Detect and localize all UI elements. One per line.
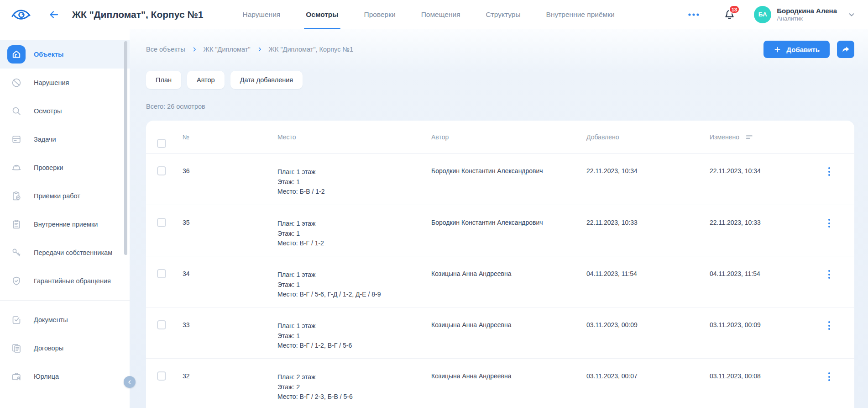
share-button[interactable] xyxy=(837,41,854,58)
sidebar-item-4[interactable]: Задачи xyxy=(0,125,130,154)
row-checkbox[interactable] xyxy=(157,320,166,329)
row-place: План: 1 этажЭтаж: 1Место: В-Г / 5-6, Г-Д… xyxy=(277,256,431,300)
sidebar-item-8[interactable]: Передачи собственникам xyxy=(0,238,130,267)
filter-button-1[interactable]: План xyxy=(146,71,181,89)
row-author: Козицына Анна Андреевна xyxy=(431,256,586,277)
row-menu-cell xyxy=(815,307,843,332)
add-button[interactable]: Добавить xyxy=(763,41,830,58)
row-menu-button[interactable] xyxy=(825,268,834,281)
sidebar-item-5[interactable]: Проверки xyxy=(0,154,130,182)
app-logo-eye-icon[interactable] xyxy=(11,7,31,22)
back-button[interactable] xyxy=(47,7,61,22)
row-checkbox[interactable] xyxy=(157,218,166,227)
table-row-34[interactable]: 34 План: 1 этажЭтаж: 1Место: В-Г / 5-6, … xyxy=(146,256,854,307)
page-actions: Добавить xyxy=(763,41,854,58)
row-added: 22.11.2023, 10:33 xyxy=(586,205,710,226)
sidebar-item-label: Юрлица xyxy=(34,373,59,380)
row-checkbox-cell xyxy=(157,256,183,278)
row-place: План: 1 этажЭтаж: 1Место: В-Г / 1-2, В-Г… xyxy=(277,307,431,351)
breadcrumb-item-3: ЖК "Дипломат", Корпус №1 xyxy=(269,46,353,53)
home-icon xyxy=(7,45,26,64)
row-menu-cell xyxy=(815,154,843,178)
place-line: Этаж: 1 xyxy=(277,177,431,187)
sidebar-item-6[interactable]: Приёмки работ xyxy=(0,182,130,210)
sidebar-item-label: Объекты xyxy=(34,51,63,58)
sidebar-item-9[interactable]: Гарантийные обращения xyxy=(0,267,130,295)
place-line: План: 1 этаж xyxy=(277,270,431,280)
row-menu-button[interactable] xyxy=(825,319,834,332)
more-tabs-button[interactable] xyxy=(685,10,702,19)
notifications-button[interactable]: 13 xyxy=(723,8,736,21)
row-menu-cell xyxy=(815,205,843,229)
user-menu[interactable]: БА Бородкина Алена Аналитик xyxy=(754,6,856,23)
tab-1[interactable]: Нарушения xyxy=(230,0,293,29)
row-number: 33 xyxy=(183,307,277,329)
notifications-badge: 13 xyxy=(729,5,740,14)
column-number: № xyxy=(183,133,277,141)
row-modified: 03.11.2023, 00:09 xyxy=(710,307,815,329)
main-content: Все объектыЖК "Дипломат"ЖК "Дипломат", К… xyxy=(130,29,868,408)
row-menu-cell xyxy=(815,359,843,383)
sidebar-divider xyxy=(0,300,130,301)
arrow-left-icon xyxy=(48,9,59,20)
sidebar-item-11[interactable]: Договоры xyxy=(0,334,130,362)
sidebar-nav: Объекты Нарушения Осмотры Задачи Проверк… xyxy=(0,40,130,391)
sidebar-collapse-button[interactable] xyxy=(124,376,136,388)
plus-icon xyxy=(774,46,781,53)
topbar: ЖК "Дипломат", Корпус №1 НарушенияОсмотр… xyxy=(0,0,868,29)
table-row-36[interactable]: 36 План: 1 этажЭтаж: 1Место: Б-В / 1-2 Б… xyxy=(146,154,854,205)
shield-check-icon xyxy=(7,272,26,290)
table-row-35[interactable]: 35 План: 1 этажЭтаж: 1Место: В-Г / 1-2 Б… xyxy=(146,205,854,256)
row-checkbox[interactable] xyxy=(157,269,166,278)
tab-5[interactable]: Структуры xyxy=(473,0,533,29)
column-added: Добавлено xyxy=(586,133,710,141)
filter-button-2[interactable]: Автор xyxy=(187,71,225,89)
breadcrumb-item-1[interactable]: Все объекты xyxy=(146,46,185,53)
place-line: План: 1 этаж xyxy=(277,219,431,229)
sidebar-item-label: Внутренние приемки xyxy=(34,221,98,228)
table-row-32[interactable]: 32 План: 2 этажЭтаж: 2Место: В-Г / 2-3, … xyxy=(146,358,854,408)
sidebar-item-2[interactable]: Нарушения xyxy=(0,69,130,97)
sidebar-item-label: Документы xyxy=(34,316,68,323)
tab-4[interactable]: Помещения xyxy=(408,0,473,29)
sidebar-item-10[interactable]: Документы xyxy=(0,306,130,334)
row-checkbox-cell xyxy=(157,205,183,227)
sidebar-scrollbar[interactable] xyxy=(124,41,127,255)
sidebar-item-7[interactable]: Внутренние приемки xyxy=(0,210,130,238)
search-icon xyxy=(7,102,26,120)
row-author: Бородкин Константин Александрович xyxy=(431,154,586,175)
sidebar-item-12[interactable]: Юрлица xyxy=(0,362,130,391)
row-modified: 22.11.2023, 10:33 xyxy=(710,205,815,226)
filter-button-3[interactable]: Дата добавления xyxy=(230,71,303,89)
row-modified: 04.11.2023, 11:54 xyxy=(710,256,815,277)
breadcrumb-item-2[interactable]: ЖК "Дипломат" xyxy=(204,46,251,53)
select-all-checkbox[interactable] xyxy=(157,139,166,148)
sidebar-item-3[interactable]: Осмотры xyxy=(0,97,130,125)
clipboard-list-icon xyxy=(7,215,26,233)
chevron-right-icon xyxy=(257,47,262,52)
ban-icon xyxy=(7,74,26,92)
row-menu-button[interactable] xyxy=(825,371,834,383)
row-menu-cell xyxy=(815,256,843,281)
tab-2[interactable]: Осмотры xyxy=(293,0,351,29)
row-checkbox[interactable] xyxy=(157,371,166,381)
sidebar-item-label: Передачи собственникам xyxy=(34,249,112,256)
row-menu-button[interactable] xyxy=(825,217,834,229)
column-modified: Изменено xyxy=(710,133,815,141)
sort-icon[interactable] xyxy=(746,134,754,140)
place-line: План: 1 этаж xyxy=(277,167,431,177)
sidebar-item-label: Задачи xyxy=(34,136,56,143)
row-checkbox[interactable] xyxy=(157,166,166,175)
filter-bar: ПланАвторДата добавления xyxy=(146,71,854,89)
tab-6[interactable]: Внутренние приёмки xyxy=(533,0,627,29)
row-menu-button[interactable] xyxy=(825,165,834,178)
tab-3[interactable]: Проверки xyxy=(351,0,408,29)
row-number: 34 xyxy=(183,256,277,277)
row-author: Бородкин Константин Александрович xyxy=(431,205,586,226)
table-row-33[interactable]: 33 План: 1 этажЭтаж: 1Место: В-Г / 1-2, … xyxy=(146,307,854,358)
place-line: Этаж: 1 xyxy=(277,280,431,290)
sidebar-item-1[interactable]: Объекты xyxy=(0,40,130,69)
column-author: Автор xyxy=(431,133,586,141)
row-added: 04.11.2023, 11:54 xyxy=(586,256,710,277)
breadcrumb: Все объектыЖК "Дипломат"ЖК "Дипломат", К… xyxy=(146,46,353,53)
